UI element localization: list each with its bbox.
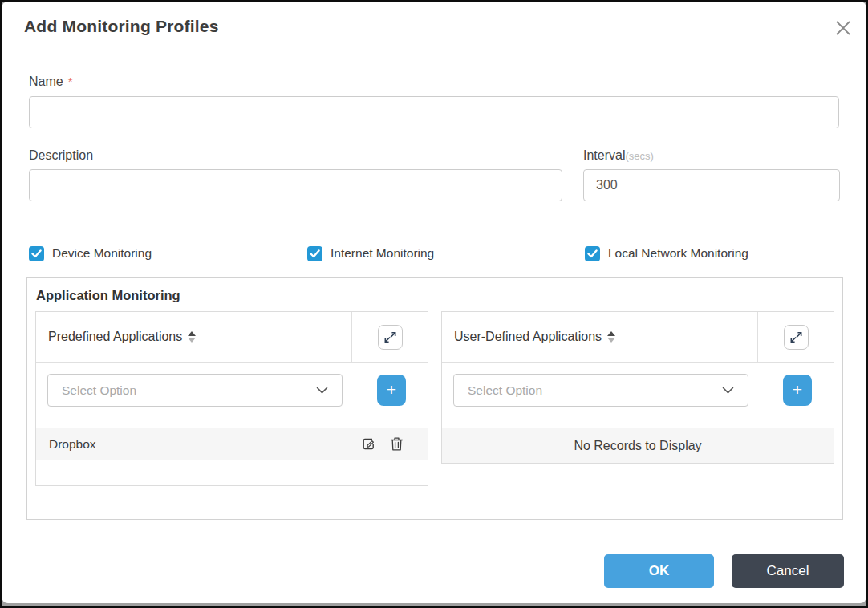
user-defined-applications-column-header[interactable]: User-Defined Applications <box>442 312 757 362</box>
interval-unit: (secs) <box>625 150 653 162</box>
table-row: Dropbox <box>36 428 428 460</box>
add-user-defined-application-button[interactable]: + <box>783 375 812 406</box>
expand-icon[interactable] <box>784 325 809 350</box>
sort-icon[interactable] <box>188 331 196 343</box>
expand-icon[interactable] <box>378 325 403 350</box>
user-defined-application-select[interactable]: Select Option <box>453 374 748 407</box>
interval-label: Interval(secs) <box>583 148 654 163</box>
add-predefined-application-button[interactable]: + <box>377 375 406 406</box>
application-monitoring-section: Application Monitoring Predefined Applic… <box>26 277 843 520</box>
predefined-applications-header-row: Predefined Applications <box>36 312 428 363</box>
application-name: Dropbox <box>49 437 96 452</box>
user-defined-select-row: Select Option + <box>453 374 822 407</box>
description-input[interactable] <box>29 169 562 201</box>
screen: Add Monitoring Profiles Name* Descriptio… <box>0 0 868 608</box>
user-defined-applications-header-row: User-Defined Applications <box>442 312 834 363</box>
internet-monitoring-option: Internet Monitoring <box>307 245 434 262</box>
description-label: Description <box>29 148 93 163</box>
close-icon[interactable] <box>831 16 855 40</box>
predefined-application-select[interactable]: Select Option <box>47 374 343 407</box>
select-placeholder: Select Option <box>62 383 136 398</box>
ok-button[interactable]: OK <box>604 554 714 588</box>
delete-icon[interactable] <box>390 436 404 452</box>
device-monitoring-option: Device Monitoring <box>29 245 152 262</box>
chevron-down-icon <box>722 387 734 394</box>
select-placeholder: Select Option <box>468 383 542 398</box>
predefined-header-tools <box>351 312 428 362</box>
name-label: Name* <box>29 75 73 89</box>
cancel-button[interactable]: Cancel <box>732 554 844 588</box>
required-asterisk: * <box>68 75 73 88</box>
predefined-select-row: Select Option + <box>47 374 416 407</box>
chevron-down-icon <box>316 387 328 394</box>
dialog-title: Add Monitoring Profiles <box>24 17 219 36</box>
device-monitoring-checkbox[interactable] <box>29 246 44 261</box>
local-network-monitoring-label: Local Network Monitoring <box>608 246 748 261</box>
user-defined-header-tools <box>757 312 834 362</box>
device-monitoring-label: Device Monitoring <box>52 246 152 261</box>
application-monitoring-heading: Application Monitoring <box>36 288 180 303</box>
internet-monitoring-checkbox[interactable] <box>307 246 322 261</box>
user-defined-applications-table: User-Defined Applications Select Option <box>441 311 834 464</box>
local-network-monitoring-option: Local Network Monitoring <box>585 245 748 262</box>
internet-monitoring-label: Internet Monitoring <box>331 246 434 261</box>
local-network-monitoring-checkbox[interactable] <box>585 246 600 261</box>
predefined-applications-column-header[interactable]: Predefined Applications <box>36 312 351 362</box>
add-monitoring-profiles-dialog: Add Monitoring Profiles Name* Descriptio… <box>2 2 866 603</box>
name-input[interactable] <box>29 96 839 128</box>
interval-input[interactable] <box>583 169 840 201</box>
predefined-applications-table: Predefined Applications Select Option <box>35 311 428 486</box>
empty-records-message: No Records to Display <box>442 428 834 463</box>
edit-icon[interactable] <box>361 436 376 452</box>
sort-icon[interactable] <box>607 331 615 343</box>
